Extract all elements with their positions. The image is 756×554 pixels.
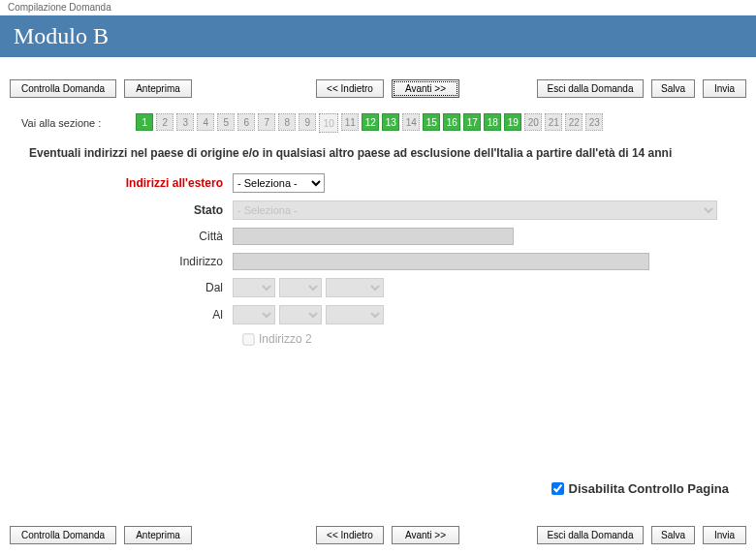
section-2[interactable]: 2 (156, 113, 173, 131)
section-5[interactable]: 5 (217, 113, 235, 131)
section-11[interactable]: 11 (341, 113, 359, 131)
section-4[interactable]: 4 (197, 113, 214, 131)
section-8[interactable]: 8 (278, 113, 296, 131)
breadcrumb: Compilazione Domanda (0, 0, 756, 15)
indirizzo-input (233, 253, 649, 270)
salva-button[interactable]: Salva (651, 79, 695, 98)
section-nav: Vai alla sezione : 123456789101112131415… (0, 113, 756, 146)
section-22[interactable]: 22 (565, 113, 583, 131)
section-3[interactable]: 3 (176, 113, 194, 131)
section-9[interactable]: 9 (299, 113, 316, 131)
avanti-button-bottom[interactable]: Avanti >> (392, 526, 459, 544)
dal-day-select (233, 278, 275, 297)
anteprima-button-bottom[interactable]: Anteprima (124, 526, 192, 544)
disable-page-control-label: Disabilita Controllo Pagina (569, 481, 729, 496)
indietro-button-bottom[interactable]: << Indietro (316, 526, 384, 544)
stato-label: Stato (29, 203, 233, 217)
citta-input (233, 228, 514, 245)
indirizzo-label: Indirizzo (29, 255, 233, 268)
section-12[interactable]: 12 (362, 113, 379, 131)
dal-month-select (279, 278, 322, 297)
section-15[interactable]: 15 (423, 113, 440, 131)
section-18[interactable]: 18 (484, 113, 501, 131)
salva-button-bottom[interactable]: Salva (651, 526, 695, 544)
section-20[interactable]: 20 (524, 113, 542, 131)
section-16[interactable]: 16 (443, 113, 460, 131)
avanti-button[interactable]: Avanti >> (392, 79, 459, 98)
section-13[interactable]: 13 (382, 113, 399, 131)
esci-button[interactable]: Esci dalla Domanda (537, 79, 644, 98)
anteprima-button[interactable]: Anteprima (124, 79, 192, 98)
indirizzo2-label: Indirizzo 2 (259, 332, 312, 346)
section-1[interactable]: 1 (136, 113, 153, 131)
sections-label: Vai alla sezione : (21, 117, 101, 129)
section-19[interactable]: 19 (504, 113, 521, 131)
al-label: Al (29, 308, 233, 322)
section-10: 10 (319, 113, 338, 133)
dal-label: Dal (29, 281, 233, 294)
citta-label: Città (29, 230, 233, 243)
invia-button-bottom[interactable]: Invia (703, 526, 746, 544)
stato-select: - Seleziona - (233, 200, 717, 220)
al-month-select (279, 305, 322, 324)
al-year-select (326, 305, 384, 324)
disable-page-control-checkbox[interactable] (551, 482, 564, 495)
invia-button[interactable]: Invia (703, 79, 746, 98)
dal-year-select (326, 278, 384, 297)
section-23[interactable]: 23 (585, 113, 603, 131)
indietro-button[interactable]: << Indietro (316, 79, 384, 98)
section-17[interactable]: 17 (463, 113, 481, 131)
section-14[interactable]: 14 (402, 113, 420, 131)
toolbar-bottom: Controlla Domanda Anteprima << Indietro … (0, 521, 756, 548)
section-7[interactable]: 7 (258, 113, 275, 131)
al-day-select (233, 305, 275, 324)
controlla-domanda-button-bottom[interactable]: Controlla Domanda (10, 526, 116, 544)
controlla-domanda-button[interactable]: Controlla Domanda (10, 79, 116, 98)
esci-button-bottom[interactable]: Esci dalla Domanda (537, 526, 644, 544)
indirizzo2-checkbox (242, 333, 254, 345)
indirizzi-estero-select[interactable]: - Seleziona - (233, 173, 325, 193)
toolbar-top: Controlla Domanda Anteprima << Indietro … (0, 75, 756, 102)
instruction-text: Eventuali indirizzi nel paese di origine… (29, 146, 727, 160)
indirizzi-estero-label: Indirizzi all'estero (29, 176, 233, 190)
page-title: Modulo B (0, 15, 756, 57)
section-6[interactable]: 6 (237, 113, 255, 131)
section-21[interactable]: 21 (545, 113, 562, 131)
